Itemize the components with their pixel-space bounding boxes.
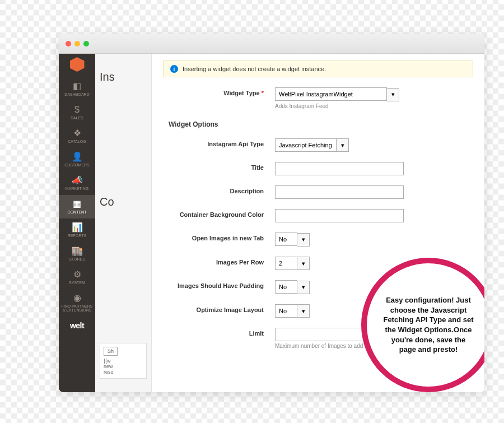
chevron-down-icon[interactable]: ▾ (337, 138, 349, 152)
dashboard-icon: ◧ (60, 82, 94, 91)
api-type-label: Instagram Api Type (163, 138, 275, 147)
row-title: Title (163, 162, 473, 175)
sidebar-item-reports[interactable]: 📊Reports (59, 219, 95, 242)
bg-color-input[interactable] (275, 209, 404, 222)
row-bg-color: Container Background Color (163, 209, 473, 222)
per-row-select[interactable]: 2 (275, 257, 297, 270)
content-icon: ▦ (60, 199, 94, 208)
optimize-select[interactable]: No (275, 304, 297, 318)
dollar-icon: $ (60, 105, 94, 114)
bg-color-label: Container Background Color (163, 209, 275, 218)
widget-type-select[interactable]: WeltPixel InstagramWidget (275, 87, 387, 101)
browser-chrome (59, 34, 484, 54)
partners-icon: ◉ (60, 294, 94, 303)
sidebar-item-dashboard[interactable]: ◧Dashboard (59, 77, 95, 101)
reports-icon: 📊 (60, 223, 94, 232)
padding-select[interactable]: No (275, 280, 297, 294)
new-tab-label: Open Images in new Tab (163, 233, 275, 241)
info-icon: i (170, 65, 178, 73)
limit-label: Limit (163, 328, 275, 337)
sidebar-item-catalog[interactable]: ❖Catalog (59, 124, 95, 148)
sidebar-item-content[interactable]: ▦Content (59, 195, 95, 219)
magento-logo-icon[interactable] (70, 57, 85, 72)
row-description: Description (163, 185, 473, 199)
info-notice: i Inserting a widget does not create a w… (163, 61, 473, 77)
gear-icon: ⚙ (60, 270, 94, 279)
row-api-type: Instagram Api Type Javascript Fetching▾ (163, 138, 473, 152)
widget-type-hint: Adds Instagram Feed (275, 103, 473, 109)
title-input[interactable] (275, 162, 404, 175)
sidebar-item-partners[interactable]: ◉Find Partners & Extensions (59, 289, 95, 317)
widget-options-heading: Widget Options (169, 120, 473, 128)
sidebar-item-system[interactable]: ⚙System (59, 266, 95, 289)
background-page: Ins Co Sh {{w new reso (95, 54, 151, 392)
admin-sidebar: ◧Dashboard $Sales ❖Catalog 👤Customers 📣M… (59, 54, 95, 392)
new-tab-select[interactable]: No (275, 233, 297, 246)
title-label: Title (163, 162, 275, 171)
row-widget-type: Widget Type WeltPixel InstagramWidget▾ A… (163, 87, 473, 109)
browser-window: ◧Dashboard $Sales ❖Catalog 👤Customers 📣M… (59, 34, 484, 392)
show-button[interactable]: Sh (104, 347, 118, 356)
stores-icon: 🏬 (60, 247, 94, 255)
chevron-down-icon[interactable]: ▾ (297, 281, 310, 294)
close-icon[interactable] (66, 41, 71, 47)
sidebar-item-customers[interactable]: 👤Customers (59, 148, 95, 171)
catalog-icon: ❖ (60, 129, 94, 138)
page-title: Ins (100, 71, 147, 83)
optimize-label: Optimize Image Layout (163, 304, 275, 313)
row-new-tab: Open Images in new Tab No▾ (163, 233, 473, 247)
chevron-down-icon[interactable]: ▾ (297, 304, 310, 318)
api-type-select[interactable]: Javascript Fetching (275, 138, 337, 152)
megaphone-icon: 📣 (60, 176, 94, 185)
chevron-down-icon[interactable]: ▾ (297, 233, 310, 247)
description-input[interactable] (275, 185, 404, 199)
person-icon: 👤 (60, 152, 94, 161)
per-row-label: Images Per Row (163, 257, 275, 266)
chevron-down-icon[interactable]: ▾ (297, 257, 310, 270)
sidebar-item-marketing[interactable]: 📣Marketing (59, 171, 95, 195)
widget-type-label: Widget Type (163, 87, 275, 96)
description-label: Description (163, 185, 275, 194)
section-title: Co (100, 196, 147, 208)
chevron-down-icon[interactable]: ▾ (387, 88, 399, 101)
weltpixel-logo: welt (70, 321, 84, 330)
editor-snippet: Sh {{w new reso (100, 343, 147, 379)
sidebar-item-stores[interactable]: 🏬Stores (59, 242, 95, 266)
maximize-icon[interactable] (83, 41, 89, 47)
minimize-icon[interactable] (74, 41, 80, 47)
padding-label: Images Should Have Padding (163, 280, 275, 289)
sidebar-item-sales[interactable]: $Sales (59, 101, 95, 124)
